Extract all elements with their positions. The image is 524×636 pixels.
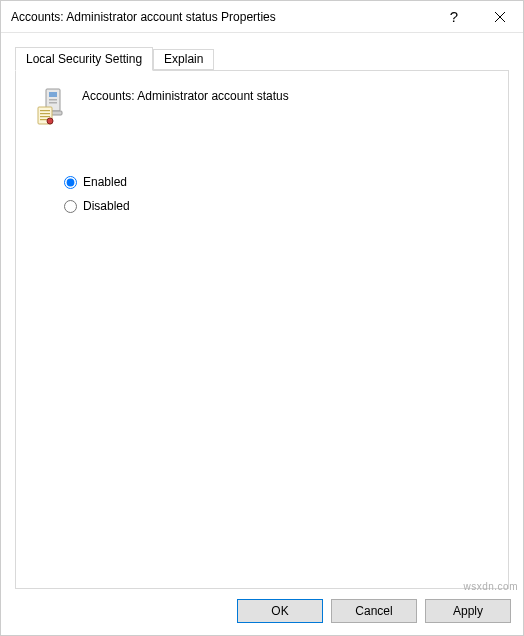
- svg-rect-8: [40, 110, 50, 111]
- tab-label: Local Security Setting: [26, 52, 142, 66]
- titlebar: Accounts: Administrator account status P…: [1, 1, 523, 33]
- dialog-buttons: OK Cancel Apply: [1, 589, 523, 635]
- svg-rect-11: [40, 119, 47, 120]
- button-label: Apply: [453, 604, 483, 618]
- button-label: OK: [271, 604, 288, 618]
- policy-header: Accounts: Administrator account status: [36, 87, 488, 125]
- help-button[interactable]: ?: [431, 1, 477, 33]
- tab-local-security-setting[interactable]: Local Security Setting: [15, 47, 153, 71]
- close-icon: [495, 12, 505, 22]
- tab-panel-local-security: Accounts: Administrator account status E…: [15, 70, 509, 589]
- svg-rect-3: [49, 92, 57, 97]
- properties-dialog: Accounts: Administrator account status P…: [0, 0, 524, 636]
- radio-option-enabled[interactable]: Enabled: [64, 175, 488, 189]
- window-title: Accounts: Administrator account status P…: [11, 10, 431, 24]
- radio-group-status: Enabled Disabled: [64, 175, 488, 213]
- content-area: Local Security Setting Explain: [1, 33, 523, 589]
- svg-point-12: [47, 118, 53, 124]
- watermark: wsxdn.com: [463, 581, 518, 592]
- radio-option-disabled[interactable]: Disabled: [64, 199, 488, 213]
- security-policy-icon: [36, 87, 70, 125]
- radio-input-disabled[interactable]: [64, 200, 77, 213]
- svg-rect-5: [49, 102, 57, 104]
- tabstrip: Local Security Setting Explain: [15, 47, 509, 70]
- svg-rect-10: [40, 116, 50, 117]
- tab-explain[interactable]: Explain: [153, 49, 214, 70]
- close-button[interactable]: [477, 1, 523, 33]
- ok-button[interactable]: OK: [237, 599, 323, 623]
- policy-title: Accounts: Administrator account status: [82, 87, 289, 103]
- radio-label: Disabled: [83, 199, 130, 213]
- svg-rect-9: [40, 113, 50, 114]
- help-icon: ?: [450, 8, 458, 25]
- cancel-button[interactable]: Cancel: [331, 599, 417, 623]
- radio-input-enabled[interactable]: [64, 176, 77, 189]
- button-label: Cancel: [355, 604, 392, 618]
- radio-label: Enabled: [83, 175, 127, 189]
- tab-label: Explain: [164, 52, 203, 66]
- svg-rect-4: [49, 99, 57, 101]
- apply-button[interactable]: Apply: [425, 599, 511, 623]
